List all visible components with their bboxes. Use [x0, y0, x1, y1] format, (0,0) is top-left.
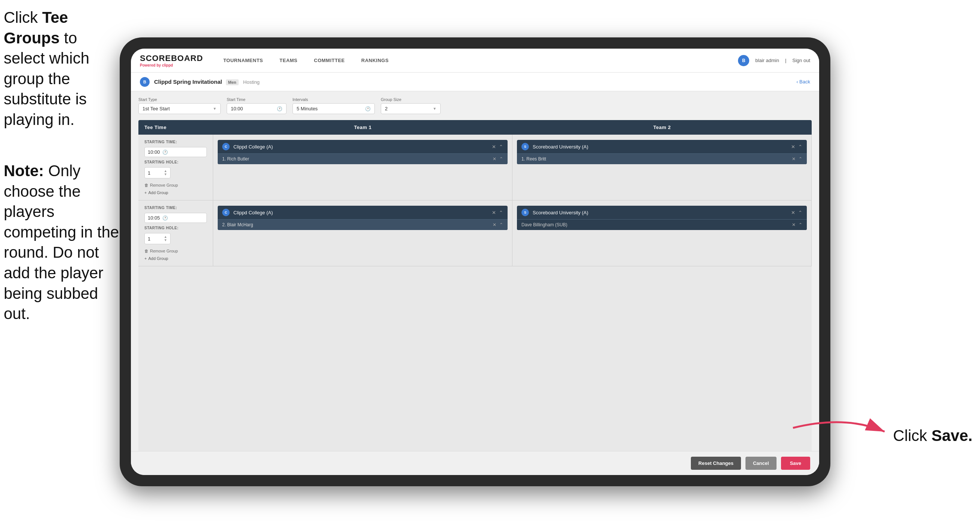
instruction-bottom-left: Note: Only choose the players competing … [4, 161, 120, 324]
team-controls-2[interactable]: ✕ ⌃ [791, 144, 802, 150]
start-type-field: Start Type 1st Tee Start ▼ [138, 97, 221, 114]
team-controls-1[interactable]: ✕ ⌃ [492, 144, 503, 150]
add-group-button-1[interactable]: + Add Group [145, 190, 207, 195]
cancel-button[interactable]: Cancel [746, 457, 776, 470]
team-group-header-4: S Scoreboard University (A) ✕ ⌃ [517, 206, 807, 219]
player-controls-2[interactable]: ✕ ⌃ [792, 156, 802, 162]
remove-group-button-2[interactable]: 🗑 Remove Group [145, 249, 207, 253]
tablet-frame: SCOREBOARD Powered by clippd TOURNAMENTS… [120, 37, 830, 486]
tablet-screen: SCOREBOARD Powered by clippd TOURNAMENTS… [131, 49, 819, 475]
nav-tournaments[interactable]: TOURNAMENTS [216, 55, 270, 66]
sub-header: B Clippd Spring Invitational Men Hosting… [131, 73, 819, 91]
group-size-select[interactable]: 2 ▼ [381, 103, 441, 114]
note-bold: Note: [4, 162, 44, 180]
player-controls-3[interactable]: ✕ ⌃ [493, 222, 503, 228]
team-controls-3[interactable]: ✕ ⌃ [492, 210, 503, 215]
team2-cell-2: S Scoreboard University (A) ✕ ⌃ Dave Bil… [512, 201, 812, 266]
starting-time-input-1[interactable]: 10:00 🕐 [145, 147, 207, 157]
team-group-header-2: S Scoreboard University (A) ✕ ⌃ [517, 140, 807, 153]
clock-icon: 🕐 [277, 106, 282, 111]
user-label: blair admin [755, 57, 779, 63]
logo-powered: Powered by clippd [140, 63, 203, 67]
save-bold: Save. [931, 427, 972, 444]
start-time-field: Start Time 10:00 🕐 [227, 97, 286, 114]
nav-right: B blair admin | Sign out [738, 55, 810, 66]
trash-icon: 🗑 [145, 183, 148, 187]
starting-hole-input-1[interactable]: 1 ▲▼ [145, 167, 170, 178]
team-name-1: Clippd College (A) [234, 144, 488, 150]
chevron-down-icon: ▼ [213, 107, 216, 111]
user-avatar: B [738, 55, 749, 66]
nav-items: TOURNAMENTS TEAMS COMMITTEE RANKINGS [216, 55, 738, 66]
starting-hole-input-2[interactable]: 1 ▲▼ [145, 233, 170, 244]
tournament-name: Clippd Spring Invitational Men Hosting [154, 78, 259, 85]
group-size-field: Group Size 2 ▼ [381, 97, 441, 114]
team-icon-4: S [522, 209, 529, 216]
nav-committee[interactable]: COMMITTEE [307, 55, 352, 66]
navbar: SCOREBOARD Powered by clippd TOURNAMENTS… [131, 49, 819, 73]
pipe-separator: | [785, 57, 786, 63]
instruction-top-left: Click Tee Groups to select which group t… [4, 8, 120, 130]
clock-icon-2: 🕐 [365, 106, 371, 111]
back-button[interactable]: ‹ Back [796, 79, 810, 84]
player-controls-4[interactable]: ✕ ⌃ [792, 222, 802, 228]
logo-scoreboard: SCOREBOARD [140, 54, 203, 63]
th-team1: Team 1 [213, 120, 512, 135]
starting-time-input-2[interactable]: 10:05 🕐 [145, 213, 207, 223]
player-controls-1[interactable]: ✕ ⌃ [493, 156, 503, 162]
sign-out-link[interactable]: Sign out [792, 57, 810, 63]
team-group-card-4: S Scoreboard University (A) ✕ ⌃ Dave Bil… [517, 206, 807, 230]
team1-cell-2: C Clippd College (A) ✕ ⌃ 2. Blair McHarg [213, 201, 512, 266]
team-icon-2: S [522, 143, 529, 150]
config-row: Start Type 1st Tee Start ▼ Start Time 10… [131, 91, 819, 120]
player-name-2: 1. Rees Britt [522, 156, 792, 162]
start-type-select[interactable]: 1st Tee Start ▼ [138, 103, 221, 114]
logo-area: SCOREBOARD Powered by clippd [140, 54, 203, 67]
player-row: 1. Rich Butler ✕ ⌃ [218, 153, 508, 164]
th-team2: Team 2 [512, 120, 812, 135]
intervals-select[interactable]: 5 Minutes 🕐 [293, 103, 375, 114]
add-group-button-2[interactable]: + Add Group [145, 256, 207, 261]
table-row: STARTING TIME: 10:00 🕐 STARTING HOLE: 1 … [138, 135, 812, 201]
team-controls-4[interactable]: ✕ ⌃ [791, 210, 802, 215]
starting-time-label-2: STARTING TIME: [145, 206, 207, 210]
nav-teams[interactable]: TEAMS [273, 55, 304, 66]
remove-group-button-1[interactable]: 🗑 Remove Group [145, 183, 207, 187]
reset-changes-button[interactable]: Reset Changes [691, 457, 741, 470]
clock-icon-3: 🕐 [162, 150, 168, 155]
stepper-icon-1[interactable]: ▲▼ [164, 169, 167, 176]
tee-groups-bold: Tee Groups [4, 9, 68, 47]
start-type-label: Start Type [138, 97, 221, 102]
gender-badge: Men [226, 79, 239, 85]
starting-hole-label-1: STARTING HOLE: [145, 160, 207, 164]
team-group-header-1: C Clippd College (A) ✕ ⌃ [218, 140, 508, 153]
player-name-1: 1. Rich Butler [222, 156, 493, 162]
starting-time-label-1: STARTING TIME: [145, 140, 207, 144]
team-group-card-1: C Clippd College (A) ✕ ⌃ 1. Rich Butler [218, 140, 508, 164]
team1-cell-1: C Clippd College (A) ✕ ⌃ 1. Rich Butler [213, 135, 512, 200]
main-content: Start Type 1st Tee Start ▼ Start Time 10… [131, 91, 819, 475]
player-name-3: 2. Blair McHarg [222, 222, 493, 228]
nav-rankings[interactable]: RANKINGS [355, 55, 395, 66]
start-time-select[interactable]: 10:00 🕐 [227, 103, 286, 114]
team-name-4: Scoreboard University (A) [533, 210, 788, 215]
intervals-field: Intervals 5 Minutes 🕐 [293, 97, 375, 114]
groups-area: STARTING TIME: 10:00 🕐 STARTING HOLE: 1 … [138, 135, 812, 451]
player-row: 1. Rees Britt ✕ ⌃ [517, 153, 807, 164]
team-name-2: Scoreboard University (A) [533, 144, 788, 150]
start-time-label: Start Time [227, 97, 286, 102]
save-button[interactable]: Save [781, 457, 810, 470]
intervals-label: Intervals [293, 97, 375, 102]
team-group-header-3: C Clippd College (A) ✕ ⌃ [218, 206, 508, 219]
team-name-3: Clippd College (A) [234, 210, 488, 215]
breadcrumb-icon: B [140, 77, 150, 87]
chevron-down-icon-2: ▼ [433, 107, 436, 111]
trash-icon-2: 🗑 [145, 249, 148, 253]
hosting-label: Hosting [243, 79, 259, 85]
group-size-label: Group Size [381, 97, 441, 102]
team-group-card-2: S Scoreboard University (A) ✕ ⌃ 1. Rees … [517, 140, 807, 164]
stepper-icon-2[interactable]: ▲▼ [164, 235, 167, 242]
player-name-4: Dave Billingham (SUB) [522, 222, 792, 228]
time-panel-1: STARTING TIME: 10:00 🕐 STARTING HOLE: 1 … [138, 135, 213, 200]
team-group-card-3: C Clippd College (A) ✕ ⌃ 2. Blair McHarg [218, 206, 508, 230]
